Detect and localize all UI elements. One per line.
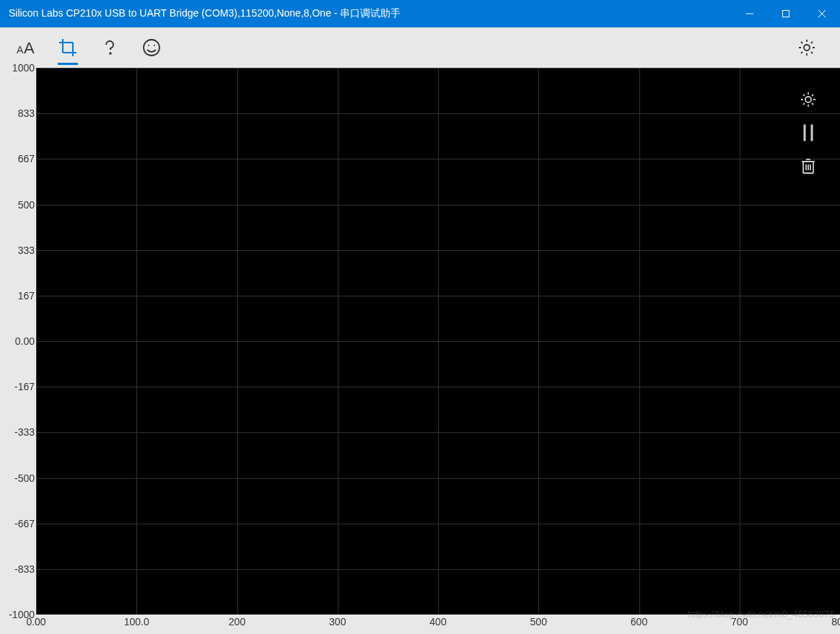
- help-button[interactable]: [92, 30, 127, 65]
- y-tick-label: 833: [18, 107, 35, 119]
- y-axis: 10008336675003331670.00-167-333-500-667-…: [0, 68, 36, 615]
- y-tick-label: 500: [18, 199, 35, 211]
- y-tick-label: 1000: [12, 62, 35, 74]
- smile-button[interactable]: [134, 30, 169, 65]
- chart-area: 10008336675003331670.00-167-333-500-667-…: [0, 68, 840, 634]
- grid-line: [538, 68, 539, 615]
- svg-text:A: A: [24, 39, 35, 57]
- svg-point-11: [144, 40, 159, 56]
- titlebar: Silicon Labs CP210x USB to UART Bridge (…: [0, 0, 840, 27]
- maximize-button[interactable]: [768, 0, 804, 27]
- x-tick-label: 800: [831, 616, 840, 628]
- chart-settings-button[interactable]: [798, 89, 818, 110]
- window-title: Silicon Labs CP210x USB to UART Bridge (…: [9, 7, 732, 20]
- x-tick-label: 600: [631, 616, 647, 628]
- y-tick-label: 167: [18, 290, 35, 301]
- grid-line: [438, 68, 439, 615]
- svg-point-10: [110, 53, 111, 54]
- y-tick-label: 333: [18, 245, 35, 256]
- x-tick-label: 700: [731, 616, 748, 628]
- trash-button[interactable]: [798, 156, 818, 176]
- settings-button[interactable]: [789, 30, 824, 65]
- x-tick-label: 200: [229, 616, 245, 628]
- y-tick-label: -667: [14, 518, 35, 529]
- chart-overlay-tools: [798, 89, 818, 176]
- y-tick-label: -833: [14, 563, 35, 575]
- plot-canvas[interactable]: [36, 68, 840, 615]
- svg-rect-1: [783, 11, 789, 17]
- grid-line: [740, 68, 740, 615]
- x-tick-label: 400: [429, 616, 446, 628]
- grid-line: [36, 68, 37, 615]
- y-tick-label: 0.00: [15, 335, 35, 347]
- crop-button[interactable]: [51, 30, 85, 65]
- x-tick-label: 0.00: [26, 616, 45, 628]
- x-tick-label: 300: [329, 616, 346, 628]
- y-tick-label: -333: [14, 426, 35, 438]
- svg-text:A: A: [17, 44, 24, 56]
- grid-line: [237, 68, 238, 615]
- window-controls: [732, 0, 840, 27]
- x-axis: 0.00100.0200300400500600700800: [36, 615, 840, 634]
- minimize-button[interactable]: [732, 0, 768, 27]
- font-size-button[interactable]: A A: [9, 30, 43, 65]
- close-button[interactable]: [804, 0, 840, 27]
- svg-point-12: [148, 45, 149, 46]
- y-tick-label: 667: [18, 153, 35, 164]
- svg-point-13: [154, 45, 155, 46]
- toolbar: A A: [0, 27, 840, 68]
- grid-line: [136, 68, 137, 615]
- y-tick-label: -500: [14, 472, 35, 484]
- svg-point-15: [805, 97, 811, 102]
- grid-line: [639, 68, 640, 615]
- x-tick-label: 100.0: [124, 616, 149, 628]
- svg-point-14: [804, 45, 810, 50]
- grid-line: [338, 68, 338, 615]
- pause-button[interactable]: [798, 123, 818, 143]
- y-tick-label: -167: [14, 381, 35, 392]
- x-tick-label: 500: [530, 616, 547, 628]
